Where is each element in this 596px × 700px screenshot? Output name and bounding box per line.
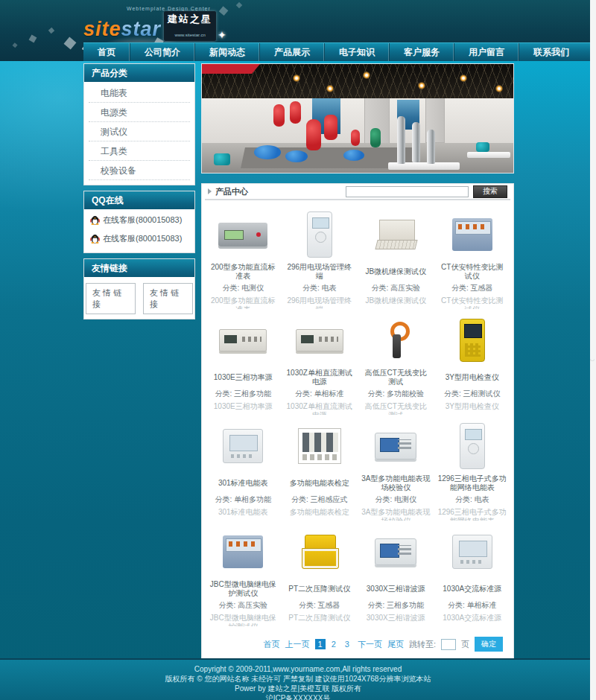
product-name[interactable]: CT伏安特性变比测试仪 bbox=[438, 263, 507, 281]
product-thumbnail[interactable] bbox=[285, 312, 355, 369]
friend-link-button[interactable]: 友情链接 bbox=[86, 283, 136, 314]
sidebar-category-item[interactable]: 电源类 bbox=[89, 103, 190, 122]
nav-item[interactable]: 公司简介 bbox=[130, 43, 194, 61]
product-name[interactable]: 301标准电能表 bbox=[209, 474, 278, 492]
product-name[interactable]: 3A型多功能电能表现场校验仪 bbox=[361, 474, 431, 492]
product-category: 分类: 多功能校验 bbox=[361, 389, 431, 399]
product-card[interactable]: 3030X三相谐波源 分类: 三相多功能 3030X三相谐波源 bbox=[358, 521, 434, 626]
sidebar-category-item[interactable]: 测试仪 bbox=[89, 122, 190, 141]
product-thumbnail[interactable] bbox=[209, 524, 278, 580]
product-thumbnail[interactable] bbox=[438, 524, 507, 580]
product-name[interactable]: 1030Z单相直流测试电源 bbox=[285, 369, 355, 386]
nav-item[interactable]: 产品展示 bbox=[259, 43, 324, 61]
product-thumbnail[interactable] bbox=[361, 312, 431, 369]
product-thumbnail[interactable] bbox=[209, 312, 278, 369]
pagination-page[interactable]: 1 bbox=[315, 639, 326, 649]
product-card[interactable]: 200型多功能直流标准表 分类: 电测仪 200型多功能直流标准表 bbox=[205, 203, 282, 309]
nav-item[interactable]: 客户服务 bbox=[389, 43, 454, 61]
product-card[interactable]: 多功能电能表检定 分类: 三相感应式 多功能电能表检定 bbox=[282, 415, 358, 521]
product-subtitle[interactable]: 200型多功能直流标准表 bbox=[209, 296, 278, 309]
product-thumbnail[interactable] bbox=[438, 312, 507, 369]
product-subtitle[interactable]: 1296三相电子式多功能网络电能表 bbox=[438, 508, 507, 521]
display-table bbox=[467, 152, 510, 158]
search-button[interactable]: 搜索 bbox=[473, 185, 507, 198]
product-thumbnail[interactable] bbox=[438, 206, 507, 263]
product-thumbnail[interactable] bbox=[209, 206, 278, 263]
qq-service-link[interactable]: 在线客服(800015083) bbox=[89, 229, 190, 248]
pagination-page[interactable]: 3 bbox=[342, 639, 352, 649]
product-card[interactable]: 3Y型用电检查仪 分类: 三相测试仪 3Y型用电检查仪 bbox=[434, 309, 511, 415]
product-name[interactable]: 3030X三相谐波源 bbox=[361, 580, 431, 598]
pagination-first[interactable]: 首页 bbox=[264, 639, 280, 650]
nav-item[interactable]: 联系我们 bbox=[519, 43, 583, 61]
product-subtitle[interactable]: 296用电现场管理终端 bbox=[285, 296, 355, 309]
product-thumbnail[interactable] bbox=[361, 524, 431, 580]
product-subtitle[interactable]: JBC型微电脑继电保护测试仪 bbox=[209, 614, 278, 626]
nav-item[interactable]: 用户留言 bbox=[454, 43, 519, 61]
product-subtitle[interactable]: 1030A交流标准源 bbox=[438, 614, 507, 623]
product-thumbnail[interactable] bbox=[361, 418, 431, 474]
product-thumbnail[interactable] bbox=[361, 206, 431, 263]
sidebar: 产品分类 电能表 电源类 测试仪 工具类 校验设备 QQ在线 bbox=[83, 63, 195, 325]
product-name[interactable]: 1296三相电子式多功能网络电能表 bbox=[438, 474, 507, 492]
product-subtitle[interactable]: 3A型多功能电能表现场校验仪 bbox=[361, 508, 431, 521]
product-card[interactable]: 301标准电能表 分类: 单相多功能 301标准电能表 bbox=[205, 415, 282, 521]
jump-confirm-button[interactable]: 确定 bbox=[475, 637, 503, 652]
product-card[interactable]: 1030Z单相直流测试电源 分类: 单相标准 1030Z单相直流测试电源 bbox=[282, 309, 358, 415]
product-card[interactable]: 1030A交流标准源 分类: 单相标准 1030A交流标准源 bbox=[434, 521, 511, 626]
product-name[interactable]: 200型多功能直流标准表 bbox=[209, 263, 278, 281]
product-card[interactable]: 1030E三相功率源 分类: 三相多功能 1030E三相功率源 bbox=[205, 309, 282, 415]
product-name[interactable]: 1030A交流标准源 bbox=[438, 580, 507, 598]
sidebar-category-item[interactable]: 电能表 bbox=[89, 83, 190, 103]
product-thumbnail[interactable] bbox=[209, 418, 278, 474]
product-name[interactable]: 1030E三相功率源 bbox=[209, 369, 278, 386]
product-name[interactable]: JBC型微电脑继电保护测试仪 bbox=[209, 580, 278, 598]
product-thumbnail[interactable] bbox=[285, 524, 355, 580]
product-subtitle[interactable]: 3030X三相谐波源 bbox=[361, 614, 431, 623]
pagination-last[interactable]: 尾页 bbox=[387, 639, 404, 650]
sidebar-category-item[interactable]: 工具类 bbox=[89, 141, 190, 161]
product-subtitle[interactable]: 3Y型用电检查仪 bbox=[438, 402, 507, 411]
product-subtitle[interactable]: JB微机继保测试仪 bbox=[361, 296, 431, 305]
pagination-page[interactable]: 2 bbox=[329, 639, 339, 649]
product-subtitle[interactable]: 301标准电能表 bbox=[209, 508, 278, 517]
footer-line: Copyright © 2009-2011,www.yourname.com,A… bbox=[0, 664, 596, 674]
product-thumbnail[interactable] bbox=[285, 206, 355, 263]
product-card[interactable]: 3A型多功能电能表现场校验仪 分类: 电测仪 3A型多功能电能表现场校验仪 bbox=[358, 415, 434, 521]
product-subtitle[interactable]: 多功能电能表检定 bbox=[285, 508, 355, 517]
product-card[interactable]: 1296三相电子式多功能网络电能表 分类: 电表 1296三相电子式多功能网络电… bbox=[434, 415, 511, 521]
product-subtitle[interactable]: PT二次压降测试仪 bbox=[285, 614, 355, 623]
friend-link-button[interactable]: 友情链接 bbox=[143, 283, 193, 314]
product-card[interactable]: JBC型微电脑继电保护测试仪 分类: 高压实验 JBC型微电脑继电保护测试仪 bbox=[205, 521, 282, 626]
product-category: 分类: 电表 bbox=[438, 494, 507, 505]
product-name[interactable]: 高低压CT无线变比测试 bbox=[361, 369, 431, 386]
product-card[interactable]: JB微机继保测试仪 分类: 高压实验 JB微机继保测试仪 bbox=[358, 203, 434, 309]
pagination-next[interactable]: 下一页 bbox=[358, 639, 382, 650]
product-subtitle[interactable]: 1030E三相功率源 bbox=[209, 402, 278, 411]
banner-image bbox=[201, 63, 514, 174]
nav-item[interactable]: 新闻动态 bbox=[194, 43, 259, 61]
product-card[interactable]: CT伏安特性变比测试仪 分类: 互感器 CT伏安特性变比测试仪 bbox=[434, 203, 511, 309]
product-thumbnail[interactable] bbox=[438, 418, 507, 474]
qq-service-link[interactable]: 在线客服(800015083) bbox=[89, 211, 190, 229]
product-card[interactable]: 高低压CT无线变比测试 分类: 多功能校验 高低压CT无线变比测试 bbox=[358, 309, 434, 415]
product-name[interactable]: 3Y型用电检查仪 bbox=[438, 369, 507, 386]
product-name[interactable]: JB微机继保测试仪 bbox=[361, 263, 431, 281]
sidebar-category-item[interactable]: 校验设备 bbox=[89, 161, 190, 180]
product-name[interactable]: 296用电现场管理终端 bbox=[285, 263, 355, 281]
product-subtitle[interactable]: 1030Z单相直流测试电源 bbox=[285, 402, 355, 415]
product-subtitle[interactable]: CT伏安特性变比测试仪 bbox=[438, 296, 507, 309]
product-image bbox=[223, 535, 263, 568]
product-subtitle[interactable]: 高低压CT无线变比测试 bbox=[361, 402, 431, 415]
nav-item[interactable]: 电子知识 bbox=[324, 43, 389, 61]
product-card[interactable]: PT二次压降测试仪 分类: 互感器 PT二次压降测试仪 bbox=[282, 521, 358, 626]
product-name[interactable]: 多功能电能表检定 bbox=[285, 474, 355, 492]
product-thumbnail[interactable] bbox=[285, 418, 355, 474]
product-name[interactable]: PT二次压降测试仪 bbox=[285, 580, 355, 598]
jump-page-input[interactable] bbox=[441, 639, 456, 650]
search-input[interactable] bbox=[346, 186, 469, 197]
product-card[interactable]: 296用电现场管理终端 分类: 电表 296用电现场管理终端 bbox=[282, 203, 358, 309]
site-logo[interactable]: Webtemplate Design Center sitestar 建站之星 … bbox=[83, 6, 307, 41]
pagination-prev[interactable]: 上一页 bbox=[285, 639, 310, 650]
nav-item[interactable]: 首页 bbox=[83, 43, 130, 61]
